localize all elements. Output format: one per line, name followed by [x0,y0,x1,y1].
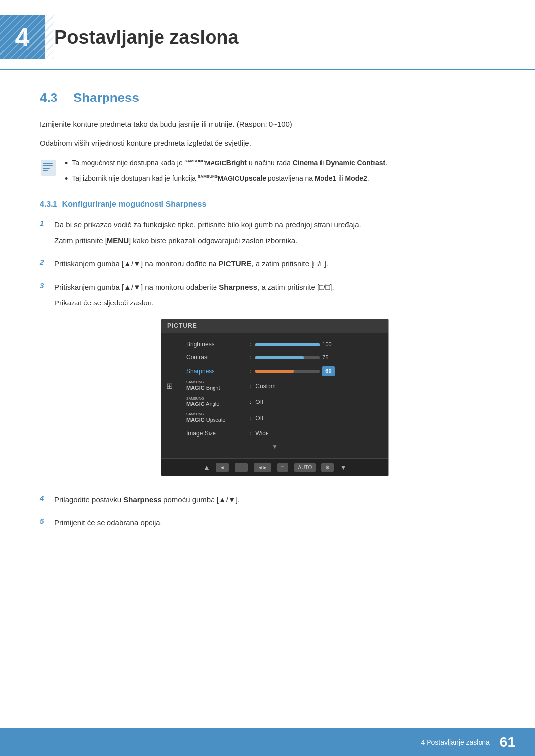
monitor-btn-select[interactable]: □ [277,463,288,472]
monitor-item-image-size: Image Size : Wide [161,427,388,440]
step-content-4: Prilagodite postavku Sharpness pomoću gu… [54,494,495,509]
monitor-btn-enter[interactable]: ◄► [254,463,271,472]
sharpness-fill [255,370,294,373]
step-2-text: Pritiskanjem gumba [▲/▼] na monitoru dođ… [54,258,495,270]
step-3-subtext: Prikazat će se sljedeći zaslon. [54,297,495,309]
brightness-value: 100 [322,340,331,349]
monitor-item-sharpness: Sharpness : 60 [161,364,388,378]
contrast-bar-container: 75 [255,353,328,362]
brand-samsung-1: SAMSUNG [185,159,205,163]
brand-samsung-2: SAMSUNG [198,175,218,179]
step-content-2: Pritiskanjem gumba [▲/▼] na monitoru dođ… [54,258,495,274]
step-number-5: 5 [40,517,52,525]
step-1-text: Da bi se prikazao vodič za funkcijske ti… [54,219,495,231]
contrast-fill [255,356,304,359]
step-5-text: Primijenit će se odabrana opcija. [54,517,495,529]
description-1: Izmijenite konture predmeta tako da budu… [40,118,495,131]
brand-upscale: Upscale [239,174,266,182]
cinema-label: Cinema [293,159,318,167]
mode1-label: Mode1 [315,174,336,182]
monitor-btn-gear[interactable]: ⚙ [321,463,334,472]
section-number: 4.3 [40,90,64,105]
contrast-value: 75 [322,353,328,362]
sharpness-label-monitor: Sharpness [186,367,246,376]
monitor-bottom-bar: ▲ ◄ — ◄► □ AUTO ⚙ ▼ [161,458,388,476]
step-4-text: Prilagodite postavku Sharpness pomoću gu… [54,494,495,505]
monitor-icon: ⊞ [166,380,173,393]
monitor-item-magic-bright: ⊞ SAMSUNG MAGIC Bright : Custom [161,378,388,395]
note-content: • Ta mogućnost nije dostupna kada je SAM… [65,158,387,185]
sharpness-value-box: 60 [322,366,334,376]
contrast-label: Contrast [186,353,246,362]
step-3: 3 Pritiskanjem gumba [▲/▼] na monitoru o… [40,281,495,487]
magic-angle-value: Off [255,398,263,407]
monitor-bottom-up-indicator: ▲ [203,462,210,473]
diagonal-background [0,15,54,59]
monitor-screen: PICTURE Brightness : [161,319,389,477]
page-container: 4 Postavljanje zaslona 4.3 Sharpness Izm… [0,0,535,756]
picture-label: PICTURE [219,259,252,268]
footer-chapter-label: 4 Postavljanje zaslona [421,738,490,746]
content-area: 4.3 Sharpness Izmijenite konture predmet… [0,90,535,580]
dynamic-contrast-label: Dynamic Contrast [326,159,385,167]
monitor-item-magic-angle: SAMSUNG MAGIC Angle : Off [161,395,388,411]
monitor-btn-auto[interactable]: AUTO [294,463,316,472]
contrast-bar [255,356,320,359]
bullet-2: • [65,173,68,185]
image-size-value: Wide [255,429,268,438]
step-1: 1 Da bi se prikazao vodič za funkcijske … [40,219,495,251]
chapter-header: 4 Postavljanje zaslona [0,0,535,70]
monitor-title: PICTURE [167,322,197,329]
svg-rect-2 [43,165,53,166]
section-heading: 4.3 Sharpness [40,90,495,105]
subsection-number: 4.3.1 [40,200,57,209]
bullet-1: • [65,158,68,169]
monitor-bottom-down-indicator: ▼ [340,462,347,473]
magic-bright-label: SAMSUNG MAGIC Bright [186,380,246,393]
magic-bright-value: Custom [255,382,275,391]
description-2: Odabirom viših vrijednosti konture predm… [40,137,495,150]
footer-page-number: 61 [500,734,515,750]
note-item-1: • Ta mogućnost nije dostupna kada je SAM… [65,158,387,169]
sharpness-label-3: Sharpness [219,283,257,291]
chapter-title: Postavljanje zaslona [54,27,239,48]
subsection-heading: 4.3.1 Konfiguriranje mogućnosti Sharpnes… [40,200,495,209]
sharpness-bar-container: 60 [255,366,334,376]
monitor-item-contrast: Contrast : 75 [161,351,388,364]
step-1-subtext: Zatim pritisnite [MENU] kako biste prika… [54,235,495,247]
step-content-3: Pritiskanjem gumba [▲/▼] na monitoru oda… [54,281,495,487]
subsection-title: Konfiguriranje mogućnosti Sharpness [62,200,207,209]
step-content-5: Primijenit će se odabrana opcija. [54,517,495,533]
step-3-text: Pritiskanjem gumba [▲/▼] na monitoru oda… [54,281,495,293]
brand-magic-2: MAGIC [218,175,239,182]
mode2-label: Mode2 [345,174,367,182]
note-text-2: Taj izbornik nije dostupan kad je funkci… [72,173,369,184]
sharpness-label-4: Sharpness [123,495,161,504]
menu-label: MENU [107,236,129,245]
step-number-4: 4 [40,494,52,502]
step-4: 4 Prilagodite postavku Sharpness pomoću … [40,494,495,509]
section-title: Sharpness [73,90,139,105]
monitor-btn-minus[interactable]: — [235,463,248,472]
brightness-label: Brightness [186,340,246,349]
svg-rect-3 [43,168,50,169]
svg-rect-1 [43,163,53,164]
step-number-2: 2 [40,258,52,266]
brightness-fill [255,343,320,346]
monitor-item-magic-upscale: SAMSUNG MAGIC Upscale : Off [161,410,388,427]
brand-magic-1: MAGIC [205,159,226,167]
brand-bright: Bright [226,159,247,167]
sharpness-bar [255,370,320,373]
magic-upscale-value: Off [255,414,263,423]
step-number-1: 1 [40,219,52,227]
svg-rect-4 [43,170,48,171]
scroll-down-indicator: ▼ [161,440,388,454]
monitor-title-bar: PICTURE [161,319,388,333]
monitor-btn-back[interactable]: ◄ [216,463,229,472]
note-item-2: • Taj izbornik nije dostupan kad je funk… [65,173,387,185]
brightness-bar [255,343,320,346]
note-box: • Ta mogućnost nije dostupna kada je SAM… [40,158,495,185]
image-size-label: Image Size [186,429,246,438]
step-content-1: Da bi se prikazao vodič za funkcijske ti… [54,219,495,251]
step-5: 5 Primijenit će se odabrana opcija. [40,517,495,533]
